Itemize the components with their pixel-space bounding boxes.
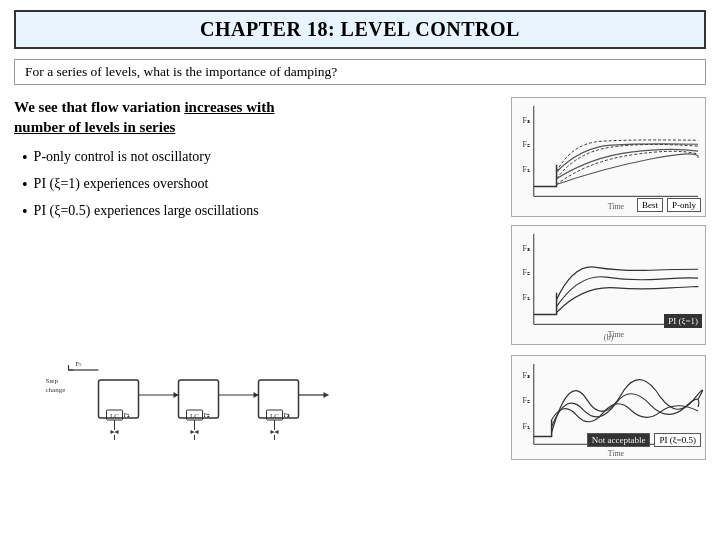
svg-text:F₂: F₂ [522,268,529,277]
bullet-1: P-only control is not oscillatory [22,148,497,167]
svg-text:LC: LC [110,412,119,420]
main-text: We see that flow variation increases wit… [14,97,497,138]
bullet-2: PI (ξ=1) experiences overshoot [22,175,497,194]
question-text: For a series of levels, what is the impo… [25,64,337,79]
question-box: For a series of levels, what is the impo… [14,59,706,85]
right-column: F₃ F₂ F₁ Time [511,97,706,345]
graph-a: F₃ F₂ F₁ Time [511,97,706,217]
svg-text:F₂: F₂ [522,140,529,149]
graph-c-labels: Not acceptable PI (ξ=0.5) [587,433,701,447]
bullet-3: PI (ξ=0.5) experiences large oscillation… [22,202,497,221]
svg-text:F₁: F₁ [522,293,529,302]
label-pi05: PI (ξ=0.5) [654,433,701,447]
page-title: CHAPTER 18: LEVEL CONTROL [200,18,520,40]
svg-marker-29 [191,430,199,434]
graph-b: F₃ F₂ F₁ Time PI (ξ=1) (b) [511,225,706,345]
svg-text:LC: LC [270,412,279,420]
svg-marker-20 [111,430,119,434]
page: CHAPTER 18: LEVEL CONTROL For a series o… [0,0,720,540]
graph-b-caption: (b) [604,333,613,342]
bullet-list: P-only control is not oscillatory PI (ξ=… [22,148,497,222]
svg-text:Step: Step [46,377,59,385]
label-best: Best [637,198,663,212]
svg-text:F₁: F₁ [124,411,131,419]
svg-text:F₃: F₃ [522,244,529,253]
svg-text:LC: LC [190,412,199,420]
svg-text:F₂: F₂ [522,396,529,405]
diagram-svg: Step change Fₛ LC F₁ [14,355,503,455]
diagram-area: Step change Fₛ LC F₁ [14,355,503,455]
bottom-area: Step change Fₛ LC F₁ [14,355,706,460]
main-text-line1: We see that flow variation increases wit… [14,99,275,115]
svg-text:F₂: F₂ [204,411,211,419]
graph-c: F₃ F₂ F₁ Time Not acceptable PI (ξ=0.5) [511,355,706,460]
main-text-line2: number of levels in series [14,119,175,135]
svg-text:Time: Time [608,202,625,211]
svg-text:F₁: F₁ [522,165,529,174]
content-area: We see that flow variation increases wit… [14,97,706,345]
graph-b-label: PI (ξ=1) [664,314,702,328]
graph-c-container: F₃ F₂ F₁ Time Not acceptable PI (ξ=0.5) [511,355,706,460]
svg-marker-38 [271,430,279,434]
svg-text:F₃: F₃ [522,371,529,380]
svg-marker-42 [324,392,329,398]
svg-text:F₃: F₃ [522,116,529,125]
title-box: CHAPTER 18: LEVEL CONTROL [14,10,706,49]
label-ponly: P-only [667,198,701,212]
svg-text:Fₛ: Fₛ [76,360,83,368]
svg-text:Time: Time [608,449,625,458]
svg-text:F₃: F₃ [284,411,291,419]
label-notacceptable: Not acceptable [587,433,651,447]
svg-text:change: change [46,386,66,394]
graph-a-labels: Best P-only [637,198,701,212]
left-column: We see that flow variation increases wit… [14,97,503,345]
svg-text:F₁: F₁ [522,422,529,431]
